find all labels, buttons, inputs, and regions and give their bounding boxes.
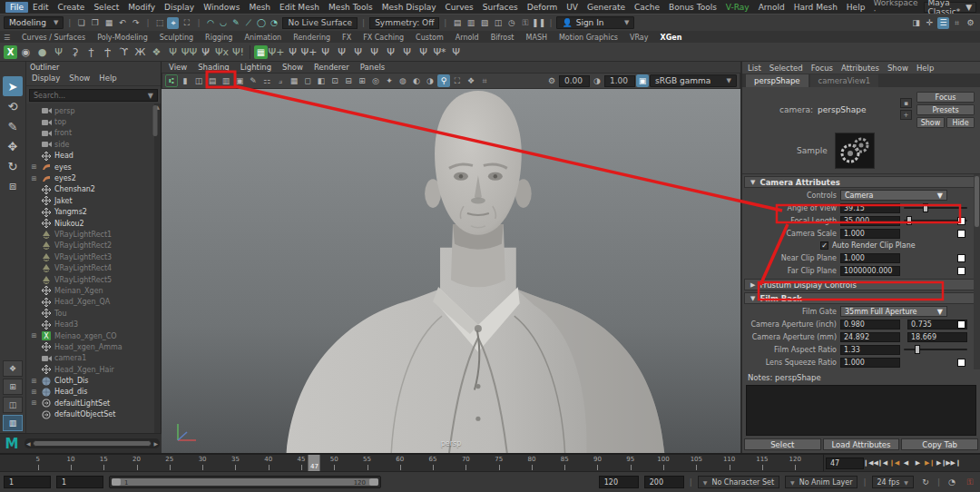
menu-item-arnold[interactable]: Arnold [754,2,789,13]
texture-map-icon[interactable] [957,359,965,367]
menu-item-generate[interactable]: Generate [583,2,630,13]
gamma-contrast-icon[interactable]: ◑ [591,74,603,87]
outliner-item-head_xgen_qa[interactable]: Head_Xgen_QA [30,297,161,308]
render-sequence-icon[interactable]: ⚿ [519,17,531,29]
channel-box-toggle-icon[interactable]: ☰ [937,17,949,29]
viewport-menu-shading[interactable]: Shading [198,63,230,72]
save-scene-icon[interactable]: ▦ [103,17,114,29]
shelf-tab-bifrost[interactable]: Bifrost [485,33,520,43]
hide-button[interactable]: Hide [946,117,975,128]
anim-end-field[interactable]: 120 [599,476,639,488]
image-plane-icon[interactable]: ▥ [220,74,232,87]
auto-key-icon[interactable]: ⚿ [964,476,976,488]
new-scene-icon[interactable]: ❏ [75,17,87,29]
attr-value-field[interactable]: 1.000 [840,358,900,368]
viewport-menu-panels[interactable]: Panels [360,63,385,72]
slider-handle[interactable] [915,345,920,354]
viewport-menu-lighting[interactable]: Lighting [240,63,271,72]
outliner-item-eyes2[interactable]: ⊞eyes2 [30,172,161,183]
expand-icon[interactable]: ⊞ [30,399,38,407]
menu-item-bonus-tools[interactable]: Bonus Tools [664,2,721,13]
controls-dropdown[interactable]: Camera▼ [840,190,947,201]
joints-xray-icon[interactable]: ⚲ [437,74,450,87]
xgen-ig-freeze-icon[interactable]: Ψ* [432,44,447,60]
3d-scene[interactable] [162,89,740,453]
menu-item-create[interactable]: Create [54,2,90,13]
outliner-item-persp[interactable]: persp [30,105,161,116]
gamma-field[interactable]: 1.00 [604,75,635,87]
outliner-item-yangms2[interactable]: Yangms2 [30,207,161,218]
xgen-clump-icon[interactable]: Ж [132,44,148,60]
animation-prefs-icon[interactable]: ◔ [946,476,958,488]
attr-slider[interactable] [904,349,967,350]
textured-icon[interactable]: ◧ [315,74,328,87]
playback-end-field[interactable]: 200 [644,476,684,488]
texture-map-icon[interactable] [957,254,965,262]
outliner-item-defaultlightset[interactable]: ⊞defaultLightSet [30,398,161,408]
select-component-icon[interactable]: ⌖ [167,17,179,29]
xgen-ig-part-icon[interactable]: Ψ [416,44,431,60]
outliner-item-side[interactable]: side [30,139,161,150]
film-gate-mask-icon[interactable]: ⟓ [274,74,287,87]
outliner-item-vraylightrect2[interactable]: VRayLightRect2 [30,241,161,251]
attr-value-field[interactable]: 1.33 [840,345,900,355]
xgen-create-description-icon[interactable]: ◉ [18,44,34,60]
ae-menu-help[interactable]: Help [916,64,934,73]
menu-item-uv[interactable]: UV [562,2,583,13]
attr-value-field[interactable]: 1000000.000 [840,266,900,276]
xgen-ig-comb2-icon[interactable]: Ψ [399,44,415,60]
pin-tab-icon[interactable]: ▪ [900,98,912,108]
ae-menu-list[interactable]: List [748,64,761,73]
range-end-handle[interactable] [369,478,378,486]
undo-icon[interactable]: ↶ [116,17,128,29]
xgen-trim-icon[interactable]: Ψ̷ [198,44,213,60]
load-attributes-button[interactable]: Load Attributes [823,438,900,450]
ae-menu-selected[interactable]: Selected [769,64,803,73]
ae-menu-focus[interactable]: Focus [811,64,833,73]
shelf-tab-curves-surfaces[interactable]: Curves / Surfaces [16,33,91,43]
shelf-tab-rendering[interactable]: Rendering [288,33,336,43]
sign-in-button[interactable]: 👤Sign In ▼ [556,16,634,29]
xgen-ig-box-icon[interactable]: ▦ [254,45,268,59]
ae-menu-show[interactable]: Show [887,64,908,73]
new-tab-icon[interactable]: + [900,110,912,120]
color-managed-icon[interactable]: ▣ [636,74,649,87]
notes-field[interactable] [746,385,976,436]
xgen-groom-icon[interactable]: ϯ [83,44,99,60]
collapse-arrow-icon[interactable]: ▼ [750,179,755,186]
outliner-scrollbar[interactable]: ▲ [154,103,161,433]
shelf-tab-sculpting[interactable]: Sculpting [154,33,199,43]
outliner-item-chenshan2[interactable]: Chenshan2 [30,184,161,195]
scale-tool[interactable]: ⧈ [3,176,23,196]
outliner-item-head_dis[interactable]: ⊞Head_dis [30,387,161,398]
xgen-ig-bend-icon[interactable]: Ψ [367,44,382,60]
outliner-item-jaket[interactable]: Jaket [30,195,161,206]
select-object-icon[interactable]: ⬚ [153,17,165,29]
symmetry-field[interactable]: Symmetry: Off [369,17,439,29]
menu-item-hard-mesh[interactable]: Hard Mesh [789,2,842,13]
workspace-selector[interactable]: Maya Classic* ▼ [924,2,977,13]
multisample-icon[interactable]: ✦ [383,74,396,87]
xgen-sphere-icon[interactable]: ● [34,44,50,60]
focus-button[interactable]: Focus [916,92,975,103]
xgen-ig-sculpt-icon[interactable]: Ψ [334,44,349,60]
shelf-tab-fx[interactable]: FX [337,33,357,43]
shelf-tab-rigging[interactable]: Rigging [200,33,238,43]
expand-icon[interactable]: ⊞ [30,163,38,171]
outliner-item-front[interactable]: front [30,128,161,139]
menu-item-display[interactable]: Display [160,2,199,13]
isolate-select-icon[interactable]: ◐ [410,74,423,87]
camera-attributes-section[interactable]: ▼Camera Attributes [744,176,978,188]
viewport-menu-view[interactable]: View [169,63,187,72]
outliner-menu-help[interactable]: Help [99,74,116,83]
outliner-item-cloth_dis[interactable]: ⊞Cloth_Dis [30,375,161,386]
menu-item-mesh-display[interactable]: Mesh Display [377,2,441,13]
film-gate-dropdown[interactable]: 35mm Full Aperture▼ [840,306,947,317]
open-scene-icon[interactable]: ❐ [89,17,101,29]
xgen-export-icon[interactable]: Ψ! [230,44,246,60]
menu-item-deform[interactable]: Deform [523,2,562,13]
xgen-guide-icon[interactable]: Ϯ [100,44,115,60]
anim-layer-selector[interactable]: ▼No Anim Layer [785,476,858,488]
outliner-item-eyes[interactable]: ⊞eyes [30,162,161,172]
outliner-item-camera1[interactable]: camera1 [30,353,161,364]
